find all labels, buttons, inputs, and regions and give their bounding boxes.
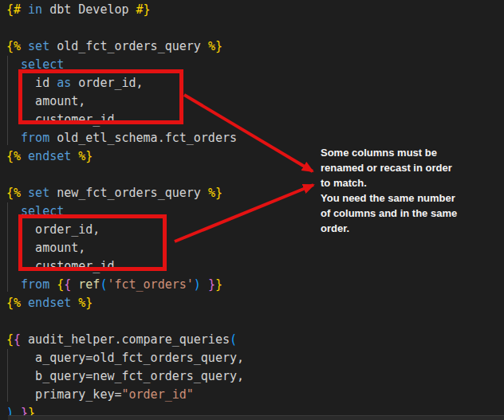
code-token (21, 2, 28, 17)
code-token: new_fct_orders_query (49, 186, 208, 200)
code-line[interactable]: primary_key="order_id" (6, 386, 244, 404)
code-line[interactable]: {{ audit_helper.compare_queries( (6, 331, 244, 349)
code-line[interactable]: {% endset %} (6, 294, 244, 312)
code-line[interactable] (6, 19, 244, 37)
code-token: { (57, 277, 64, 292)
code-token: { (14, 332, 21, 347)
code-token (21, 39, 28, 53)
code-editor[interactable]: {# in dbt Develop #}{% set old_fct_order… (0, 0, 504, 420)
annotation-box-old-columns (18, 69, 183, 124)
code-line[interactable] (6, 312, 244, 331)
code-token: a_query=old_fct_orders_query, (6, 351, 244, 365)
code-token: 'fct_orders' (107, 277, 193, 292)
code-token: set (28, 39, 49, 53)
annotation-note-line: order. (321, 221, 457, 236)
code-area[interactable]: {# in dbt Develop #}{% set old_fct_order… (6, 1, 244, 420)
code-line[interactable]: from {{ ref('fct_orders') }} (6, 276, 244, 294)
code-line[interactable]: a_query=old_fct_orders_query, (6, 349, 244, 367)
code-token: primary_key= (6, 387, 122, 402)
code-token: {% (6, 186, 21, 200)
code-token: ( (230, 332, 237, 347)
code-token: b_query=new_fct_orders_query, (6, 369, 244, 383)
annotation-box-new-columns (18, 214, 167, 271)
code-token: old_fct_orders_query (49, 39, 208, 53)
code-token: audit_helper.compare_queries (21, 332, 230, 347)
annotation-note-line: to match. (321, 175, 457, 190)
code-token: { (64, 277, 71, 292)
horizontal-scrollbar[interactable] (8, 415, 504, 420)
annotation-note-line: Some columns must be (321, 145, 457, 160)
code-token: ref (78, 277, 100, 292)
code-token: } (215, 277, 222, 292)
code-line[interactable]: {% endset %} (6, 147, 244, 166)
code-line[interactable]: {# in dbt Develop #} (6, 1, 244, 19)
code-token: { (6, 332, 14, 347)
annotation-note-line: renamed or recast in order (321, 160, 457, 175)
code-token: {% (6, 149, 21, 163)
code-token (201, 277, 208, 292)
annotation-note-line: You need the same number (321, 190, 457, 206)
code-token (49, 277, 57, 292)
code-token: endset (28, 296, 71, 310)
code-token: from (21, 131, 49, 145)
code-token: %} (208, 39, 222, 53)
code-line[interactable]: from old_etl_schema.fct_orders (6, 129, 244, 147)
code-token: {% (6, 39, 21, 53)
code-token (6, 277, 21, 292)
code-token: in (28, 2, 42, 17)
code-line[interactable]: {% set new_fct_orders_query %} (6, 184, 244, 202)
indent-guide (7, 202, 8, 292)
code-token (6, 131, 21, 145)
code-token: set (28, 186, 49, 200)
code-token: %} (208, 186, 222, 200)
code-token: } (208, 277, 215, 292)
code-token: {% (6, 296, 21, 310)
code-token (21, 296, 28, 310)
code-token: "order_id" (122, 387, 194, 402)
code-token: %} (78, 149, 93, 163)
code-token (21, 149, 28, 163)
code-line[interactable]: b_query=new_fct_orders_query, (6, 367, 244, 386)
code-token (71, 277, 78, 292)
code-token (71, 296, 78, 310)
code-token: ) (194, 277, 201, 292)
annotation-note-line: of columns and in the same (321, 206, 457, 221)
code-line[interactable] (6, 166, 244, 184)
code-token: #} (136, 2, 151, 17)
code-token: from (21, 277, 49, 292)
code-token: endset (28, 149, 71, 163)
code-token: {# (6, 2, 21, 17)
code-token: old_etl_schema.fct_orders (49, 131, 237, 145)
annotation-note: Some columns must berenamed or recast in… (321, 145, 457, 236)
code-token: %} (78, 296, 93, 310)
code-token (21, 186, 28, 200)
code-line[interactable]: {% set old_fct_orders_query %} (6, 37, 244, 56)
indent-guide (7, 56, 8, 145)
indent-guide (7, 349, 8, 402)
code-token (71, 149, 78, 163)
code-token: dbt Develop (42, 2, 136, 17)
